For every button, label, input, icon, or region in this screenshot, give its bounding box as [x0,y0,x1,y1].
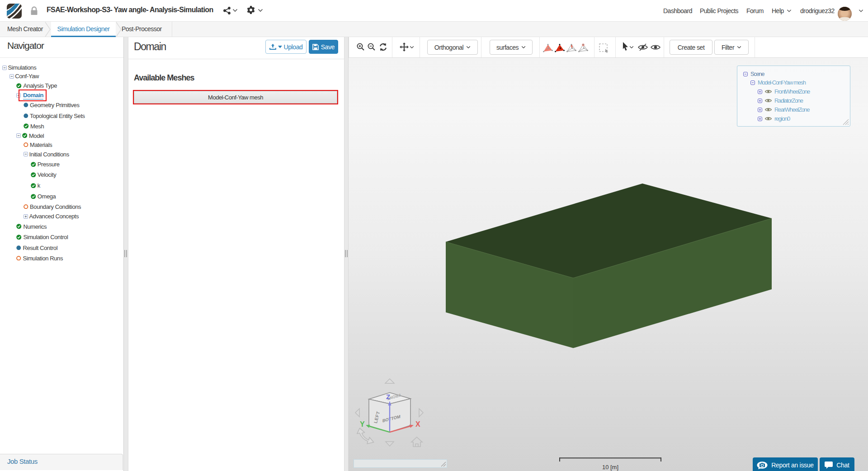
svg-text:10 [m]: 10 [m] [602,464,618,471]
svg-text:Z: Z [386,393,390,400]
svg-text:Y: Y [360,420,365,428]
svg-text:X: X [415,420,420,428]
